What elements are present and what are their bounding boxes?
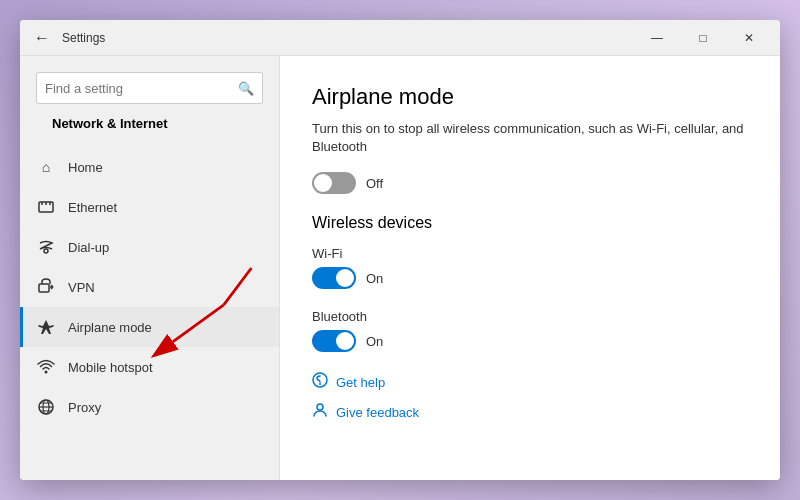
sidebar-item-vpn[interactable]: VPN (20, 267, 279, 307)
maximize-button[interactable]: □ (680, 20, 726, 56)
close-button[interactable]: ✕ (726, 20, 772, 56)
sidebar-label-hotspot: Mobile hotspot (68, 360, 153, 375)
help-links: Get help Give feedback (312, 372, 748, 422)
sidebar: 🔍 Network & Internet ⌂ Home (20, 56, 280, 480)
airplane-toggle-label: Off (366, 176, 383, 191)
bluetooth-toggle-row: On (312, 330, 748, 352)
give-feedback-icon (312, 402, 328, 422)
sidebar-item-home[interactable]: ⌂ Home (20, 147, 279, 187)
minimize-button[interactable]: — (634, 20, 680, 56)
sidebar-item-hotspot[interactable]: Mobile hotspot (20, 347, 279, 387)
sidebar-label-home: Home (68, 160, 103, 175)
wifi-label: Wi-Fi (312, 246, 748, 261)
proxy-icon (36, 397, 56, 417)
sidebar-section-title: Network & Internet (36, 116, 263, 139)
sidebar-item-ethernet[interactable]: Ethernet (20, 187, 279, 227)
airplane-icon (36, 317, 56, 337)
airplane-toggle-row: Off (312, 172, 748, 194)
airplane-toggle[interactable] (312, 172, 356, 194)
wifi-toggle-label: On (366, 271, 383, 286)
svg-point-12 (45, 371, 48, 374)
get-help-link[interactable]: Get help (312, 372, 748, 392)
sidebar-label-ethernet: Ethernet (68, 200, 117, 215)
get-help-icon (312, 372, 328, 392)
get-help-label: Get help (336, 375, 385, 390)
bluetooth-toggle-knob (336, 332, 354, 350)
sidebar-item-dialup[interactable]: Dial-up (20, 227, 279, 267)
sidebar-item-proxy[interactable]: Proxy (20, 387, 279, 427)
search-box[interactable]: 🔍 (36, 72, 263, 104)
ethernet-icon (36, 197, 56, 217)
give-feedback-link[interactable]: Give feedback (312, 402, 748, 422)
svg-point-20 (317, 404, 323, 410)
main-content: 🔍 Network & Internet ⌂ Home (20, 56, 780, 480)
sidebar-label-airplane: Airplane mode (68, 320, 152, 335)
sidebar-item-airplane[interactable]: Airplane mode (20, 307, 279, 347)
give-feedback-label: Give feedback (336, 405, 419, 420)
svg-rect-8 (39, 284, 49, 292)
page-title: Airplane mode (312, 84, 748, 110)
hotspot-icon (36, 357, 56, 377)
wifi-toggle-knob (336, 269, 354, 287)
content-panel: Airplane mode Turn this on to stop all w… (280, 56, 780, 480)
sidebar-label-proxy: Proxy (68, 400, 101, 415)
title-bar: ← Settings — □ ✕ (20, 20, 780, 56)
window-title: Settings (62, 31, 634, 45)
svg-point-19 (319, 383, 321, 385)
home-icon: ⌂ (36, 157, 56, 177)
toggle-knob (314, 174, 332, 192)
settings-window: ← Settings — □ ✕ (20, 20, 780, 480)
page-description: Turn this on to stop all wireless commun… (312, 120, 748, 156)
wifi-toggle-row: On (312, 267, 748, 289)
search-icon: 🔍 (238, 81, 254, 96)
window-controls: — □ ✕ (634, 20, 772, 56)
dialup-icon (36, 237, 56, 257)
wireless-section-title: Wireless devices (312, 214, 748, 232)
sidebar-label-vpn: VPN (68, 280, 95, 295)
bluetooth-toggle[interactable] (312, 330, 356, 352)
sidebar-label-dialup: Dial-up (68, 240, 109, 255)
wifi-toggle[interactable] (312, 267, 356, 289)
bluetooth-toggle-label: On (366, 334, 383, 349)
sidebar-header: 🔍 Network & Internet (20, 56, 279, 147)
svg-point-7 (44, 249, 48, 253)
vpn-icon (36, 277, 56, 297)
bluetooth-label: Bluetooth (312, 309, 748, 324)
search-input[interactable] (45, 81, 254, 96)
back-button[interactable]: ← (28, 24, 56, 52)
